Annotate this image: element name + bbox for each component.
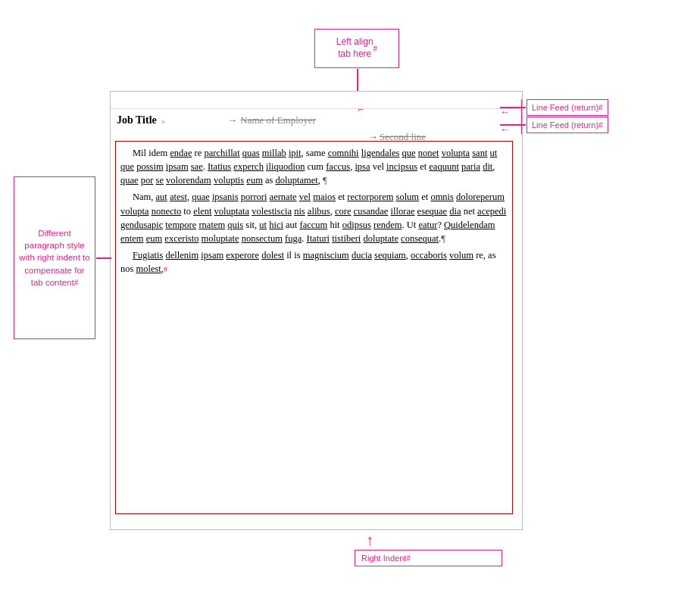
lf-bracket xyxy=(521,99,526,134)
employer-name: Name of Employer xyxy=(240,114,316,126)
ruler-line xyxy=(111,108,522,109)
left-align-tab-text: Left align tab here xyxy=(336,36,373,60)
document-page: ⌐ Job Title » → Name of Employer → Secon… xyxy=(110,91,523,530)
left-align-tab-box xyxy=(314,29,399,68)
tab-indicator xyxy=(357,107,358,108)
right-indent-label: Right Indent# xyxy=(361,554,411,563)
paragraph-1: Mil idem endae re parchillat quas millab… xyxy=(116,142,512,187)
paragraph-2: Nam, aut atest, quae ipsanis porrori aer… xyxy=(116,187,512,245)
left-align-hash: # xyxy=(373,44,378,54)
job-title: Job Title xyxy=(117,114,157,126)
line-feed-1-label: Line Feed (return)# xyxy=(532,103,603,112)
lf2-arrowhead: ← xyxy=(500,124,510,134)
line-feed-2-box: Line Feed (return)# xyxy=(527,117,608,133)
tab-stop-marker: ⌐ xyxy=(358,104,364,116)
paragraph-3: Fugiatis dellenim ipsam experore dolest … xyxy=(116,245,512,276)
job-title-line: Job Title » → Name of Employer xyxy=(117,114,316,126)
diff-para-style-box: Different paragraph style with right ind… xyxy=(14,176,95,339)
content-box: Mil idem endae re parchillat quas millab… xyxy=(115,141,513,514)
line-feed-2-label: Line Feed (return)# xyxy=(532,120,603,129)
line-feed-1-box: Line Feed (return)# xyxy=(527,99,608,116)
right-indent-box: Right Indent# xyxy=(355,550,502,566)
lf1-arrowhead: ← xyxy=(500,107,510,117)
tab-dot: » xyxy=(161,116,166,125)
tab-arrow-1: → xyxy=(227,114,237,126)
diff-para-connector xyxy=(96,257,111,259)
right-indent-arrow: ↑ xyxy=(366,532,373,547)
left-align-tab-label: Left align tab here# xyxy=(314,29,399,68)
diff-para-style-label: Different paragraph style with right ind… xyxy=(14,223,95,292)
